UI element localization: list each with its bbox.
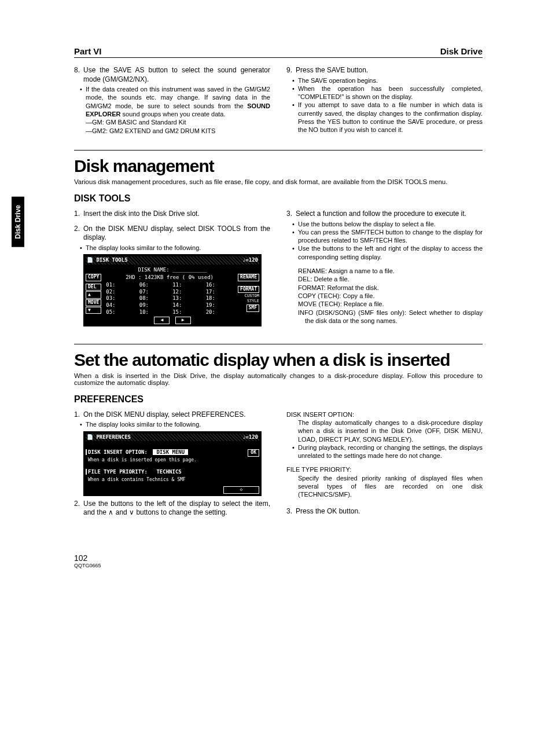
auto-display-intro: When a disk is inserted in the Disk Driv… <box>74 372 483 386</box>
file-type-priority-heading: FILE TYPE PRIORITY: <box>286 465 483 474</box>
step-9-b2: When the operation has been successfully… <box>298 85 483 101</box>
step-9-num: 9. <box>286 66 296 75</box>
pref-title: 📄 PREFERENCES <box>87 434 131 441</box>
disk-insert-option-value[interactable]: DISK MENU <box>153 449 188 455</box>
smf-button[interactable]: SMF <box>246 304 259 311</box>
disk-insert-option-heading: DISK INSERT OPTION: <box>286 410 483 419</box>
ok-button[interactable]: OK <box>248 449 259 456</box>
disk-insert-option-desc: The display automatically changes to a d… <box>298 419 483 443</box>
doc-code: QQTG0665 <box>74 563 483 568</box>
screen-tempo: ♩=120 <box>242 257 258 264</box>
divider-2 <box>74 344 483 344</box>
screen-diskname: DISK NAME: ___________ <box>86 267 259 274</box>
page-header: Part VI Disk Drive <box>74 46 483 58</box>
del-button[interactable]: DEL <box>86 284 101 291</box>
format-button[interactable]: FORMAT <box>238 286 259 293</box>
pref-arrow-button[interactable]: ◇ <box>223 486 259 493</box>
rename-button[interactable]: RENAME <box>238 274 259 281</box>
step-8-sub1: —GM: GM BASIC and Standard Kit <box>86 118 270 126</box>
file-grid: 01: 02: 03: 04: 05: 06: 07: 08: 09: 10: <box>106 282 233 315</box>
up-button[interactable]: ▲ <box>86 291 101 298</box>
file-type-priority-desc: Specify the desired priority ranking of … <box>298 474 483 499</box>
step-9-col: 9. Press the SAVE button. •The SAVE oper… <box>286 66 483 135</box>
step-8-num: 8. <box>74 66 83 84</box>
step-9-b3: If you attempt to save data to a file nu… <box>298 101 483 134</box>
step-8-sub2: —GM2: GM2 EXTEND and GM2 DRUM KITS <box>86 127 270 135</box>
arrow-bar: ◀ ▶ <box>86 317 259 324</box>
step-9-b1: The SAVE operation begins. <box>298 76 483 85</box>
disk-insert-option-label: DISK INSERT OPTION: <box>86 449 148 455</box>
header-left: Part VI <box>74 46 102 56</box>
copy-button[interactable]: COPY <box>86 274 101 281</box>
step-8-bullet: If the data created on this instrument w… <box>86 85 270 118</box>
pref-tempo: ♩=120 <box>242 434 258 441</box>
step-8-col: 8. Use the SAVE AS button to select the … <box>74 66 270 135</box>
auto-display-title: Set the automatic display when a disk is… <box>74 350 483 370</box>
divider <box>74 150 483 151</box>
screen-title: 📄 DISK TOOLS <box>87 257 128 264</box>
prefs-left: 1. On the DISK MENU display, select PREF… <box>74 410 270 519</box>
disk-mgmt-intro: Various disk management procedures, such… <box>74 178 483 185</box>
disk-tools-left: 1. Insert the disk into the Disk Drive s… <box>74 210 270 329</box>
disk-mgmt-title: Disk management <box>74 156 483 176</box>
opt1-caption: When a disk is inserted open this page. <box>88 457 259 463</box>
disk-tools-screen: 📄 DISK TOOLS ♩=120 DISK NAME: __________… <box>83 254 262 326</box>
side-tab: Disk Drive <box>12 197 24 247</box>
prefs-right: DISK INSERT OPTION: The display automati… <box>286 410 483 519</box>
opt2-caption: When a disk contains Technics & SMF <box>88 477 259 483</box>
file-type-priority-value[interactable]: TECHNICS <box>156 469 181 475</box>
preferences-heading: PREFERENCES <box>74 394 483 405</box>
down-button[interactable]: ▼ <box>86 307 101 314</box>
move-button[interactable]: MOVE <box>86 299 101 306</box>
preferences-screen: 📄 PREFERENCES ♩=120 DISK INSERT OPTION: … <box>83 431 262 496</box>
step-8-text: Use the SAVE AS button to select the sou… <box>83 66 270 84</box>
page-number: 102 <box>74 553 483 563</box>
left-arrow-button[interactable]: ◀ <box>154 317 170 324</box>
header-right: Disk Drive <box>440 46 483 56</box>
file-type-priority-label: FILE TYPE PRIORITY: <box>86 469 148 475</box>
disk-tools-right: 3. Select a function and follow the proc… <box>286 210 483 329</box>
step-9-text: Press the SAVE button. <box>296 66 483 75</box>
disk-tools-heading: DISK TOOLS <box>74 193 483 204</box>
screen-diskinfo: 2HD : 1423KB free ( 0% used) <box>101 274 238 281</box>
right-arrow-button[interactable]: ▶ <box>175 317 191 324</box>
page-footer: 102 QQTG0665 <box>74 553 483 568</box>
custom-style-label: CUSTOMSTYLE <box>245 293 259 304</box>
